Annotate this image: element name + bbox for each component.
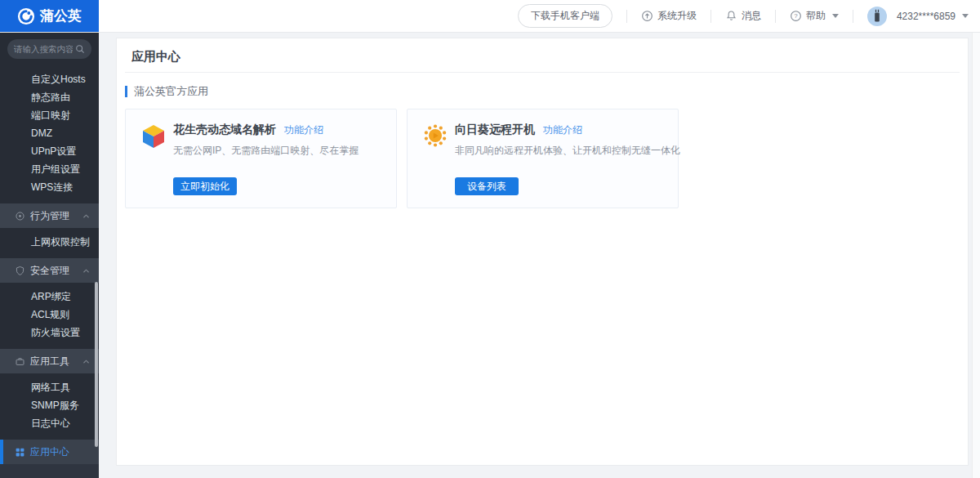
sidebar-item-acl-rules[interactable]: ACL规则 <box>0 306 99 324</box>
sidebar-item-network-tools[interactable]: 网络工具 <box>0 378 99 396</box>
toolbox-icon <box>15 356 25 367</box>
sidebar-section: ARP绑定 ACL规则 防火墙设置 <box>0 283 99 349</box>
sidebar-item-port-mapping[interactable]: 端口映射 <box>0 106 99 124</box>
header-divider <box>710 10 711 23</box>
sidebar-item-arp-binding[interactable]: ARP绑定 <box>0 288 99 306</box>
sidebar-item-access-control[interactable]: 上网权限控制 <box>0 233 99 251</box>
group-label: 应用工具 <box>30 355 69 369</box>
sidebar-item-app-center[interactable]: 应用中心 <box>0 440 99 464</box>
section-accent-bar <box>125 86 127 97</box>
grid-icon <box>15 447 25 458</box>
sidebar-item-custom-hosts[interactable]: 自定义Hosts <box>0 70 99 88</box>
top-header: 蒲公英 下载手机客户端 系统升级 消息 ? 帮助 <box>0 0 980 33</box>
help-menu[interactable]: ? 帮助 <box>790 9 839 23</box>
header-divider <box>775 10 776 23</box>
group-label: 安全管理 <box>30 264 69 278</box>
card-description: 非同凡响的远程开机体验、让开机和控制无缝一体化 <box>455 144 678 158</box>
app-card-list: 花生壳动态域名解析 功能介绍 无需公网IP、无需路由端口映射、尽在掌握 立即初始… <box>125 109 960 208</box>
sidebar-item-snmp[interactable]: SNMP服务 <box>0 396 99 414</box>
sidebar-group-tools[interactable]: 应用工具 <box>0 349 99 373</box>
chevron-down-icon <box>832 14 839 18</box>
card-title: 向日葵远程开机 <box>455 123 535 137</box>
sidebar-search <box>7 39 91 59</box>
page-title: 应用中心 <box>125 38 960 72</box>
card-description: 无需公网IP、无需路由端口映射、尽在掌握 <box>173 144 359 158</box>
app-card-sunflower-wakeup: 向日葵远程开机 功能介绍 非同凡响的远程开机体验、让开机和控制无缝一体化 设备列… <box>407 109 679 208</box>
sidebar-item-label: 应用中心 <box>30 445 69 459</box>
card-title-row: 向日葵远程开机 功能介绍 <box>455 123 678 137</box>
sidebar-filler <box>0 464 99 478</box>
system-upgrade-button[interactable]: 系统升级 <box>641 9 697 23</box>
content-panel: 应用中心 蒲公英官方应用 花生壳动态域名解析 功能介绍 无需公网IP、无需路由端… <box>116 38 969 466</box>
sidebar-section: 自定义Hosts 静态路由 端口映射 DMZ UPnP设置 用户组设置 WPS连… <box>0 65 99 203</box>
initialize-button[interactable]: 立即初始化 <box>173 177 237 195</box>
header-divider <box>853 10 853 23</box>
header-divider <box>626 10 627 23</box>
dandelion-icon <box>17 7 35 25</box>
chevron-down-icon <box>962 14 969 18</box>
sidebar-item-firewall[interactable]: 防火墙设置 <box>0 324 99 342</box>
svg-text:?: ? <box>794 12 798 20</box>
sidebar-group-behavior[interactable]: 行为管理 <box>0 203 99 228</box>
sidebar-item-upnp[interactable]: UPnP设置 <box>0 142 99 160</box>
sidebar-section: 网络工具 SNMP服务 日志中心 <box>0 373 99 440</box>
brand-logo[interactable]: 蒲公英 <box>0 0 99 32</box>
sidebar-item-wps[interactable]: WPS连接 <box>0 178 99 196</box>
search-icon[interactable] <box>75 44 85 54</box>
monitor-circle-icon <box>15 211 25 221</box>
feature-intro-link[interactable]: 功能介绍 <box>543 123 582 137</box>
sidebar-item-static-route[interactable]: 静态路由 <box>0 88 99 106</box>
messages-label: 消息 <box>742 9 761 23</box>
download-app-button[interactable]: 下载手机客户端 <box>518 4 612 28</box>
sidebar-item-user-group[interactable]: 用户组设置 <box>0 160 99 178</box>
arrow-up-circle-icon <box>641 10 653 22</box>
chevron-up-icon <box>82 213 90 219</box>
question-circle-icon: ? <box>790 10 802 22</box>
account-menu[interactable]: 4232****6859 <box>867 7 969 26</box>
title-divider <box>125 72 960 73</box>
app-card-peanut-ddns: 花生壳动态域名解析 功能介绍 无需公网IP、无需路由端口映射、尽在掌握 立即初始… <box>125 109 397 208</box>
device-avatar <box>867 7 887 26</box>
group-label: 行为管理 <box>30 209 69 223</box>
card-title-row: 花生壳动态域名解析 功能介绍 <box>173 123 359 137</box>
chevron-up-icon <box>82 268 90 274</box>
sidebar-item-log-center[interactable]: 日志中心 <box>0 414 99 432</box>
card-content: 花生壳动态域名解析 功能介绍 无需公网IP、无需路由端口映射、尽在掌握 立即初始… <box>173 123 359 208</box>
sidebar-scrollbar-thumb[interactable] <box>95 282 98 447</box>
sidebar: 自定义Hosts 静态路由 端口映射 DMZ UPnP设置 用户组设置 WPS连… <box>0 33 99 478</box>
card-content: 向日葵远程开机 功能介绍 非同凡响的远程开机体验、让开机和控制无缝一体化 设备列… <box>455 123 678 208</box>
shield-icon <box>15 266 25 276</box>
help-label: 帮助 <box>806 9 826 23</box>
header-actions: 下载手机客户端 系统升级 消息 ? 帮助 <box>518 0 980 32</box>
card-title: 花生壳动态域名解析 <box>173 123 276 137</box>
account-id: 4232****6859 <box>897 11 956 22</box>
chevron-up-icon <box>82 359 90 364</box>
section-header: 蒲公英官方应用 <box>125 84 960 99</box>
sidebar-item-dmz[interactable]: DMZ <box>0 124 99 142</box>
section-title: 蒲公英官方应用 <box>134 84 208 99</box>
page-scrollbar[interactable] <box>972 33 980 478</box>
device-list-button[interactable]: 设备列表 <box>455 177 519 195</box>
system-upgrade-label: 系统升级 <box>657 9 697 23</box>
messages-button[interactable]: 消息 <box>725 9 761 23</box>
main-area: 应用中心 蒲公英官方应用 花生壳动态域名解析 功能介绍 无需公网IP、无需路由端… <box>99 33 980 478</box>
sidebar-group-security[interactable]: 安全管理 <box>0 258 99 283</box>
sunflower-icon <box>422 123 448 149</box>
colored-cube-icon <box>140 123 167 149</box>
brand-name: 蒲公英 <box>40 7 82 25</box>
feature-intro-link[interactable]: 功能介绍 <box>284 123 323 137</box>
search-input[interactable] <box>14 44 73 54</box>
bell-icon <box>725 10 737 22</box>
sidebar-section: 上网权限控制 <box>0 228 99 258</box>
